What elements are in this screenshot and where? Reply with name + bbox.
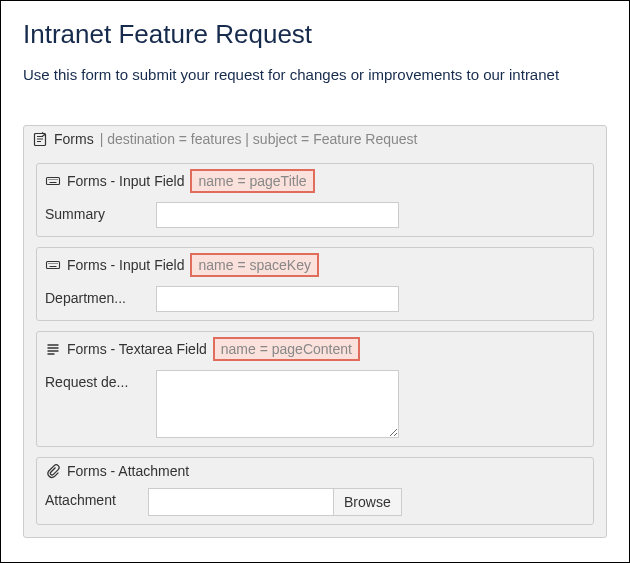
department-label: Departmen... [45, 286, 148, 306]
field-block-attachment: Forms - Attachment Attachment Browse [36, 457, 594, 525]
summary-input[interactable] [156, 202, 399, 228]
field-header-attachment: Forms - Attachment [37, 458, 593, 484]
form-icon [32, 131, 48, 147]
summary-macro-label: Forms - Input Field [67, 173, 184, 189]
department-field-row: Departmen... [37, 282, 593, 320]
keyboard-icon [45, 257, 61, 273]
summary-field-row: Summary [37, 198, 593, 236]
forms-macro-container: Forms | destination = features | subject… [23, 125, 607, 539]
request-param-chip: name = pageContent [213, 337, 360, 361]
department-input[interactable] [156, 286, 399, 312]
page-container: Intranet Feature Request Use this form t… [0, 0, 630, 563]
svg-rect-1 [47, 177, 60, 184]
field-header-request: Forms - Textarea Field name = pageConten… [37, 332, 593, 366]
field-block-request: Forms - Textarea Field name = pageConten… [36, 331, 594, 447]
summary-param-chip: name = pageTitle [190, 169, 314, 193]
page-title: Intranet Feature Request [23, 19, 607, 50]
request-label: Request de... [45, 370, 148, 390]
attachment-macro-label: Forms - Attachment [67, 463, 189, 479]
page-subtitle: Use this form to submit your request for… [23, 64, 607, 87]
field-header-summary: Forms - Input Field name = pageTitle [37, 164, 593, 198]
forms-macro-header: Forms | destination = features | subject… [24, 126, 606, 153]
attachment-input[interactable] [148, 488, 333, 516]
department-macro-label: Forms - Input Field [67, 257, 184, 273]
textarea-icon [45, 341, 61, 357]
keyboard-icon [45, 173, 61, 189]
attachment-field-row: Attachment Browse [37, 484, 593, 524]
paperclip-icon [45, 463, 61, 479]
field-header-department: Forms - Input Field name = spaceKey [37, 248, 593, 282]
attachment-label: Attachment [45, 488, 148, 508]
forms-macro-params: | destination = features | subject = Fea… [100, 131, 418, 147]
request-field-row: Request de... [37, 366, 593, 446]
forms-macro-body: Forms - Input Field name = pageTitle Sum… [24, 153, 606, 538]
summary-label: Summary [45, 202, 148, 222]
request-textarea[interactable] [156, 370, 399, 438]
browse-button[interactable]: Browse [333, 488, 402, 516]
request-macro-label: Forms - Textarea Field [67, 341, 207, 357]
svg-rect-2 [47, 261, 60, 268]
forms-macro-label: Forms [54, 131, 94, 147]
field-block-department: Forms - Input Field name = spaceKey Depa… [36, 247, 594, 321]
field-block-summary: Forms - Input Field name = pageTitle Sum… [36, 163, 594, 237]
department-param-chip: name = spaceKey [190, 253, 318, 277]
